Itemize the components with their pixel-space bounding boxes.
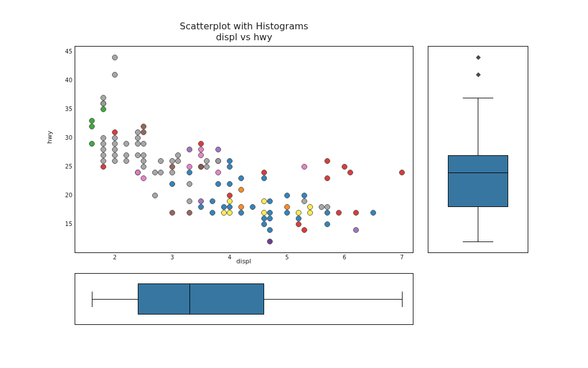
scatter-point [324, 221, 330, 227]
y-tick: 15 [49, 221, 72, 227]
scatter-point [112, 141, 118, 147]
scatter-point [215, 158, 221, 164]
scatter-point [267, 198, 273, 204]
scatter-point [100, 101, 106, 106]
scatter-point [135, 152, 141, 158]
scatter-point [152, 193, 158, 198]
scatter-point [238, 204, 244, 210]
scatter-point [267, 210, 273, 216]
scatter-point [261, 210, 267, 216]
scatter-point [112, 152, 118, 158]
scatter-point [284, 204, 290, 210]
scatter-point [301, 227, 307, 233]
scatter-point [342, 164, 347, 170]
y-tick: 30 [49, 135, 72, 141]
scatter-point [267, 227, 273, 233]
scatter-point [89, 141, 95, 147]
scatter-point [112, 72, 118, 78]
scatter-point [169, 164, 175, 170]
scatter-point [210, 210, 215, 216]
y-tick: 45 [49, 48, 72, 55]
scatter-point [198, 204, 204, 210]
scatter-point [324, 204, 330, 210]
y-tick: 40 [49, 77, 72, 83]
box-displ-cap [402, 292, 403, 307]
scatter-point [307, 204, 313, 210]
scatter-point [175, 158, 181, 164]
scatter-point [169, 210, 175, 216]
scatter-point [296, 216, 301, 221]
scatter-point [267, 239, 273, 244]
scatter-point [112, 158, 118, 164]
x-tick: 2 [106, 254, 123, 260]
scatter-point [112, 55, 118, 60]
scatter-point [100, 141, 106, 147]
scatter-point [238, 187, 244, 193]
scatter-point [187, 164, 192, 170]
scatter-point [169, 158, 175, 164]
scatter-point [169, 170, 175, 175]
scatter-point [284, 210, 290, 216]
scatter-point [296, 221, 301, 227]
scatter-point [141, 152, 146, 158]
box-hwy-body [448, 155, 508, 207]
y-tick: 20 [49, 192, 72, 198]
scatter-point [158, 170, 164, 175]
scatter-point [399, 170, 405, 175]
scatter-point [100, 95, 106, 101]
scatter-point [141, 141, 146, 147]
scatter-point [301, 164, 307, 170]
scatter-point [221, 210, 227, 216]
scatter-point [227, 198, 233, 204]
scatter-point [261, 170, 267, 175]
scatter-point [112, 135, 118, 141]
scatter-point [238, 175, 244, 181]
scatter-point [227, 204, 233, 210]
scatter-point [152, 170, 158, 175]
scatter-point [187, 147, 192, 152]
scatter-point [100, 106, 106, 112]
box-displ-body [138, 283, 264, 315]
scatter-point [100, 158, 106, 164]
scatter-point [284, 193, 290, 198]
scatter-point [347, 170, 353, 175]
x-tick: 7 [393, 254, 411, 260]
scatter-point [227, 193, 233, 198]
chart-subtitle: displ vs hwy [75, 32, 413, 43]
scatter-point [141, 175, 146, 181]
scatter-point [100, 147, 106, 152]
x-tick: 4 [221, 254, 238, 260]
scatter-point [296, 210, 301, 216]
scatter-point [135, 129, 141, 135]
scatter-point [198, 164, 204, 170]
scatter-point [123, 152, 129, 158]
scatter-point [215, 147, 221, 152]
scatter-point [319, 204, 324, 210]
scatter-point [141, 158, 146, 164]
scatter-point [215, 170, 221, 175]
scatter-point [261, 216, 267, 221]
scatter-point [187, 181, 192, 187]
scatter-point [221, 204, 227, 210]
scatter-point [135, 135, 141, 141]
figure: Scatterplot with Histograms displ vs hwy… [0, 0, 588, 368]
scatter-point [89, 118, 95, 124]
scatter-point [198, 141, 204, 147]
scatter-point [238, 210, 244, 216]
scatter-point [307, 210, 313, 216]
scatter-point [198, 152, 204, 158]
scatter-point [227, 181, 233, 187]
box-hwy-median [448, 172, 508, 173]
scatter-point [158, 158, 164, 164]
scatter-point [100, 135, 106, 141]
box-hwy-whisker [478, 207, 478, 241]
scatter-point [112, 147, 118, 152]
scatter-point [261, 175, 267, 181]
scatter-point [227, 210, 233, 216]
scatter-point [250, 204, 256, 210]
scatter-point [175, 152, 181, 158]
box-displ-whisker [92, 299, 138, 300]
scatter-point [324, 175, 330, 181]
scatter-point [141, 164, 146, 170]
scatter-point [204, 158, 210, 164]
